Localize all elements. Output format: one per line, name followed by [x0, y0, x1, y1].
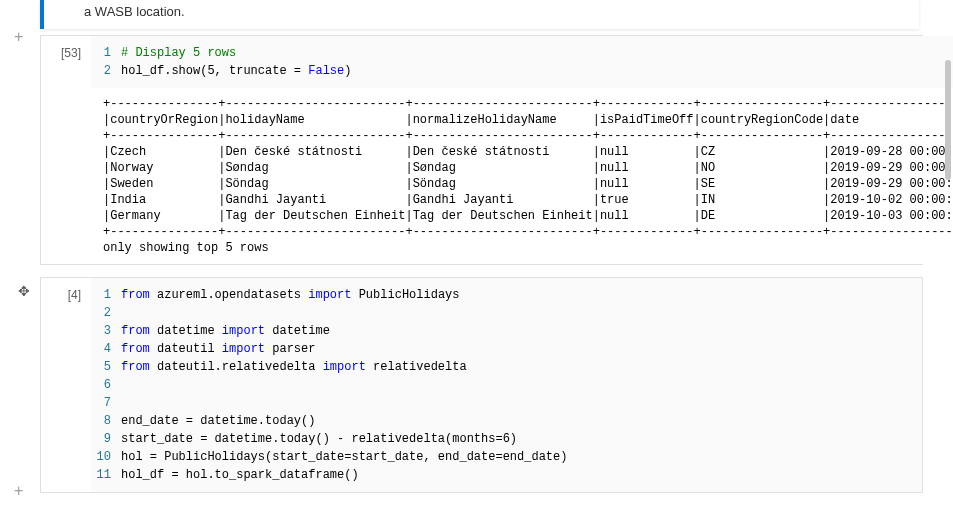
- add-cell-icon[interactable]: +: [14, 483, 23, 499]
- code-line[interactable]: end_date = datetime.today(): [121, 412, 922, 430]
- code-line[interactable]: from dateutil import parser: [121, 340, 922, 358]
- line-gutter: 1234567891011: [91, 286, 121, 484]
- code-line[interactable]: hol_df.show(5, truncate = False): [121, 62, 953, 80]
- info-banner-text: a WASB location.: [84, 4, 185, 19]
- execution-count: [4]: [41, 278, 91, 492]
- line-number: 10: [91, 448, 111, 466]
- line-number: 7: [91, 394, 111, 412]
- code-line[interactable]: start_date = datetime.today() - relative…: [121, 430, 922, 448]
- line-number: 8: [91, 412, 111, 430]
- code-line[interactable]: # Display 5 rows: [121, 44, 953, 62]
- line-gutter: 12: [91, 44, 121, 80]
- drag-handle-icon[interactable]: ✥: [18, 283, 30, 299]
- line-number: 5: [91, 358, 111, 376]
- code-area[interactable]: 1234567891011 from azureml.opendatasets …: [91, 278, 922, 492]
- code-lines[interactable]: from azureml.opendatasets import PublicH…: [121, 286, 922, 484]
- code-line[interactable]: from datetime import datetime: [121, 322, 922, 340]
- line-number: 9: [91, 430, 111, 448]
- line-number: 3: [91, 322, 111, 340]
- code-line[interactable]: from dateutil.relativedelta import relat…: [121, 358, 922, 376]
- code-cell[interactable]: [4] 1234567891011 from azureml.opendatas…: [40, 277, 923, 493]
- code-lines[interactable]: # Display 5 rowshol_df.show(5, truncate …: [121, 44, 953, 80]
- cell-wrapper: + [53] 12 # Display 5 rowshol_df.show(5,…: [10, 35, 923, 265]
- vertical-scrollbar[interactable]: [945, 60, 951, 180]
- code-area[interactable]: 12 # Display 5 rowshol_df.show(5, trunca…: [91, 36, 953, 88]
- code-line[interactable]: [121, 394, 922, 412]
- line-number: 11: [91, 466, 111, 484]
- cell-body: 12 # Display 5 rowshol_df.show(5, trunca…: [91, 36, 953, 264]
- code-line[interactable]: from azureml.opendatasets import PublicH…: [121, 286, 922, 304]
- line-number: 1: [91, 286, 111, 304]
- line-number: 1: [91, 44, 111, 62]
- line-number: 4: [91, 340, 111, 358]
- cell-output: +---------------+-----------------------…: [91, 88, 953, 264]
- add-cell-icon[interactable]: +: [14, 29, 23, 45]
- code-line[interactable]: [121, 304, 922, 322]
- execution-count: [53]: [41, 36, 91, 264]
- info-banner: a WASB location.: [40, 0, 919, 29]
- code-line[interactable]: [121, 376, 922, 394]
- cell-body: 1234567891011 from azureml.opendatasets …: [91, 278, 922, 492]
- line-number: 2: [91, 62, 111, 80]
- line-number: 6: [91, 376, 111, 394]
- cell-wrapper: ✥ [4] 1234567891011 from azureml.opendat…: [10, 277, 923, 493]
- notebook-container: a WASB location. + [53] 12 # Display 5 r…: [0, 0, 953, 493]
- line-number: 2: [91, 304, 111, 322]
- code-line[interactable]: hol = PublicHolidays(start_date=start_da…: [121, 448, 922, 466]
- code-cell[interactable]: [53] 12 # Display 5 rowshol_df.show(5, t…: [40, 35, 923, 265]
- code-line[interactable]: hol_df = hol.to_spark_dataframe(): [121, 466, 922, 484]
